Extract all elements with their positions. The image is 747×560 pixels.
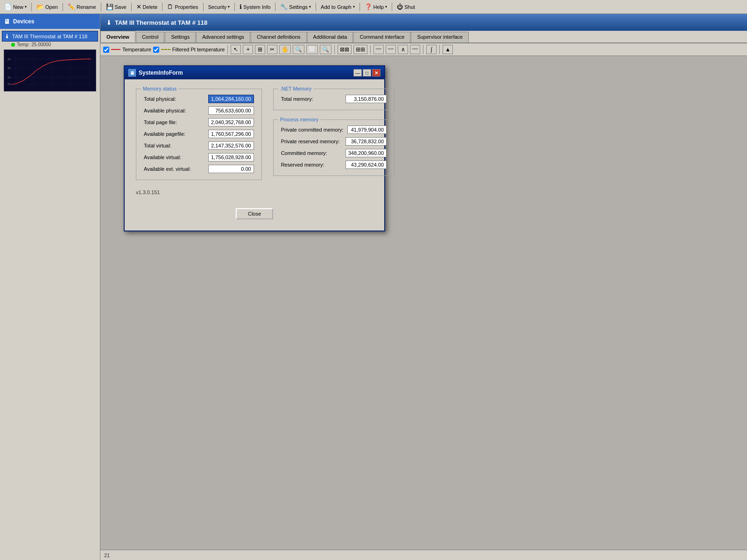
col-left: Memory status Total physical: 1,064,284,… bbox=[136, 89, 262, 188]
device-title-icon: 🌡 bbox=[106, 19, 112, 26]
col-right: .NET Memory Total memory: 3,150,876.00 P… bbox=[273, 89, 395, 188]
page-number: 21 bbox=[104, 553, 110, 558]
avail-pagefile-label: Available pagefile: bbox=[144, 131, 204, 137]
sidebar: 🖥 Devices 🌡 TAM III Thermostat at TAM # … bbox=[0, 14, 100, 560]
integral-tool[interactable]: ∫ bbox=[426, 45, 437, 54]
minimize-button[interactable]: — bbox=[353, 69, 362, 77]
add-to-graph-menu[interactable]: Add to Graph ▾ bbox=[318, 3, 357, 11]
settings-arrow: ▾ bbox=[309, 5, 311, 9]
toolbar-sep2 bbox=[334, 45, 335, 54]
device-name: TAM III Thermostat at TAM # 118 bbox=[12, 34, 87, 39]
hand-tool[interactable]: 🖐 bbox=[279, 45, 291, 54]
open-menu[interactable]: 📂 Open bbox=[34, 2, 60, 11]
sidebar-tree: 🌡 TAM III Thermostat at TAM # 118 Temp: … bbox=[0, 29, 100, 95]
committed-row: Committed memory: 348,200,960.00 bbox=[281, 149, 387, 157]
wave1-tool[interactable]: 〰 bbox=[374, 45, 384, 54]
sep10 bbox=[359, 3, 360, 11]
filtered-pt-checkbox[interactable] bbox=[153, 47, 159, 53]
delete-menu[interactable]: ✕ Delete bbox=[134, 2, 160, 11]
avail-pagefile-row: Available pagefile: 1,760,567,296.00 bbox=[144, 130, 254, 138]
rename-menu[interactable]: ✏️ Rename bbox=[65, 2, 99, 11]
save-icon: 💾 bbox=[106, 3, 113, 10]
tab-settings[interactable]: Settings bbox=[165, 32, 196, 42]
properties-icon: 🗒 bbox=[167, 3, 173, 10]
sidebar-header: 🖥 Devices bbox=[0, 14, 100, 29]
zoom-tool[interactable]: 🔍 bbox=[293, 45, 304, 54]
tabs-bar: Overview Control Settings Advanced setti… bbox=[100, 31, 747, 43]
menu-bar: 📄 New ▾ 📂 Open ✏️ Rename 💾 Save ✕ Delete… bbox=[0, 0, 747, 14]
add-tool[interactable]: + bbox=[243, 45, 253, 54]
tab-control[interactable]: Control bbox=[136, 32, 164, 42]
cursor-tool[interactable]: ↖ bbox=[231, 45, 241, 54]
close-button[interactable]: ✕ bbox=[372, 69, 381, 77]
new-arrow: ▾ bbox=[25, 5, 27, 9]
sysinfo-title-text: SystemInfoForm bbox=[139, 70, 183, 76]
zoom2-tool[interactable]: 🔍 bbox=[320, 45, 331, 54]
process-memory-group: Process memory Private committed memory:… bbox=[273, 119, 395, 176]
sep2 bbox=[63, 3, 63, 11]
tab-advanced-settings[interactable]: Advanced settings bbox=[196, 32, 250, 42]
button-row: Close bbox=[136, 204, 373, 221]
sep8 bbox=[275, 3, 275, 11]
tab-channel-definitions[interactable]: Channel definitions bbox=[251, 32, 307, 42]
process-memory-label: Process memory bbox=[278, 117, 321, 122]
avail-virtual-value: 1,756,028,928.00 bbox=[208, 153, 254, 161]
content-area: 🖥 Devices 🌡 TAM III Thermostat at TAM # … bbox=[0, 14, 747, 560]
avail-virtual-row: Available virtual: 1,756,028,928.00 bbox=[144, 153, 254, 161]
help-menu[interactable]: ❓ Help ▾ bbox=[362, 2, 390, 11]
avail-physical-label: Available physical: bbox=[144, 108, 204, 113]
tab-overview[interactable]: Overview bbox=[100, 31, 135, 42]
shut-menu[interactable]: ⏻ Shut bbox=[395, 2, 417, 11]
temperature-label: Temperature bbox=[122, 47, 151, 52]
priv-committed-value: 41,979,904.00 bbox=[347, 126, 387, 134]
svg-rect-0 bbox=[7, 50, 93, 91]
priv-reserved-label: Private reserved memory: bbox=[281, 139, 342, 144]
open-icon: 📂 bbox=[36, 3, 44, 10]
temperature-checkbox[interactable] bbox=[103, 47, 109, 53]
version-text: v1.3.0.151 bbox=[136, 189, 373, 195]
hist-tool[interactable]: ⊠⊠ bbox=[338, 45, 352, 54]
device-status: Temp: 25.00000 bbox=[2, 42, 98, 48]
marker-tool[interactable]: ▲ bbox=[443, 45, 453, 54]
total-memory-value: 3,150,876.00 bbox=[345, 95, 387, 103]
device-tree-item[interactable]: 🌡 TAM III Thermostat at TAM # 118 bbox=[2, 31, 98, 42]
rect-tool[interactable]: ⬜ bbox=[306, 45, 318, 54]
save-menu[interactable]: 💾 Save bbox=[104, 2, 129, 11]
toolbar-sep5 bbox=[439, 45, 440, 54]
priv-committed-row: Private committed memory: 41,979,904.00 bbox=[281, 126, 387, 134]
system-info-menu[interactable]: ℹ System Info bbox=[237, 2, 273, 11]
net-memory-label: .NET Memory bbox=[278, 86, 314, 91]
wave3-tool[interactable]: 〰 bbox=[410, 45, 420, 54]
new-menu[interactable]: 📄 New ▾ bbox=[2, 2, 29, 11]
close-form-button[interactable]: Close bbox=[236, 208, 273, 219]
settings-icon: 🔧 bbox=[280, 3, 288, 10]
avail-ext-virtual-row: Available ext. virtual: 0.00 bbox=[144, 165, 254, 173]
sep1 bbox=[31, 3, 32, 11]
add-to-graph-arrow: ▾ bbox=[353, 5, 355, 9]
settings-menu[interactable]: 🔧 Settings ▾ bbox=[278, 2, 313, 11]
memory-status-group: Memory status Total physical: 1,064,284,… bbox=[136, 89, 262, 180]
tab-additional-data[interactable]: Additional data bbox=[307, 32, 353, 42]
grid-tool[interactable]: ⊞ bbox=[255, 45, 265, 54]
properties-menu[interactable]: 🗒 Properties bbox=[165, 2, 200, 11]
avail-ext-virtual-value: 0.00 bbox=[208, 165, 254, 173]
hist2-tool[interactable]: ⊞⊞ bbox=[353, 45, 367, 54]
sep5 bbox=[162, 3, 162, 11]
devices-icon: 🖥 bbox=[4, 18, 10, 25]
total-memory-row: Total memory: 3,150,876.00 bbox=[281, 95, 387, 103]
wave2-tool[interactable]: 〰 bbox=[386, 45, 396, 54]
reserved-value: 43,290,624.00 bbox=[345, 161, 387, 169]
reserved-row: Reserved memory: 43,290,624.00 bbox=[281, 161, 387, 169]
maximize-button[interactable]: □ bbox=[363, 69, 371, 77]
sep3 bbox=[101, 3, 101, 11]
peak-tool[interactable]: ∧ bbox=[398, 45, 408, 54]
scissors-tool[interactable]: ✂ bbox=[267, 45, 277, 54]
tab-supervisor-interface[interactable]: Supervisor interface bbox=[411, 32, 469, 42]
app-window: 📄 New ▾ 📂 Open ✏️ Rename 💾 Save ✕ Delete… bbox=[0, 0, 747, 560]
svg-text:20: 20 bbox=[7, 67, 11, 70]
security-menu[interactable]: Security ▾ bbox=[206, 3, 233, 11]
toolbar-sep3 bbox=[370, 45, 371, 54]
total-virtual-row: Total virtual: 2,147,352,576.00 bbox=[144, 141, 254, 150]
total-page-row: Total page file: 2,040,352,768.00 bbox=[144, 118, 254, 126]
tab-command-interface[interactable]: Command interface bbox=[353, 32, 410, 42]
